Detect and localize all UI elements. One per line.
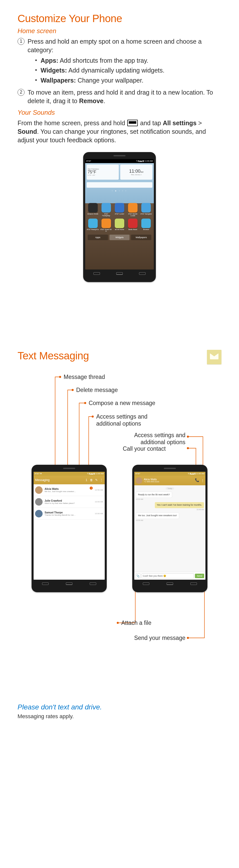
recents-icon xyxy=(139,272,145,275)
avatar xyxy=(35,498,43,506)
messaging-list-mock: AT&T ✉ ℕ ▮◢◢ ▮ 11:00 AM Messaging 1 🗑 ✎ … xyxy=(32,465,107,592)
app-icon xyxy=(128,203,138,213)
bullet-widgets-label: Widgets: xyxy=(41,67,67,74)
messaging-header-title: Messaging xyxy=(35,478,83,482)
sounds-paragraph: From the home screen, press and hold and… xyxy=(18,119,221,144)
bullet-wallpapers-label: Wallpapers: xyxy=(41,77,76,84)
contact-name: Alicia Watts xyxy=(144,478,193,481)
app-item: AT&T Ready2Go xyxy=(87,219,99,232)
weather-range: H:78° L:60° xyxy=(88,175,118,176)
avatar xyxy=(35,510,43,518)
app-label: AT&T FamilyMap xyxy=(100,213,112,217)
callout-thread: Message thread xyxy=(64,373,105,381)
avatar xyxy=(136,477,142,484)
app-icon xyxy=(88,203,98,213)
nfc-icon: ℕ xyxy=(188,472,190,475)
tab-wallpapers: Wallpapers xyxy=(131,235,151,240)
home-icon xyxy=(116,272,123,275)
nav-bar xyxy=(85,271,154,276)
delete-icon: 🗑 xyxy=(90,478,93,482)
carrier-label: AT&T xyxy=(35,472,40,475)
conv-time: 10:08 AM xyxy=(95,501,103,503)
app-icon xyxy=(115,219,124,228)
app-item: att.net Home xyxy=(113,219,126,232)
attach-icon: 📎 xyxy=(136,574,141,579)
sounds-b: and tap xyxy=(138,119,163,126)
home-screen-mock: AT&T ℕ ▮◢◢ ▮ 11:00 AM San Francisco 75°F… xyxy=(83,152,156,282)
send-button: Send xyxy=(195,574,204,578)
emoji-icon: 😊 xyxy=(163,575,166,577)
app-icon xyxy=(128,219,138,228)
conv-preview: Thanks for feeding Bandit for me… xyxy=(44,514,85,516)
nfc-icon: ℕ xyxy=(136,160,138,162)
conversation-row: Alicia WattsMe too. Just bought new snea… xyxy=(34,484,105,496)
contact-phone: +1 999-555-0103 xyxy=(144,481,193,483)
app-icon xyxy=(115,203,124,213)
compose-text: Cool! See you there xyxy=(143,575,163,577)
back-icon xyxy=(94,272,100,275)
messaging-diagram: Message thread Delete message Compose a … xyxy=(18,372,221,673)
status-time: 11:00 AM xyxy=(95,472,104,475)
compose-icon: ✎ xyxy=(95,478,98,482)
clock-time: 11:00 xyxy=(129,168,140,174)
more-icon: ⋮ xyxy=(100,478,103,482)
conv-preview: Me too. Just bought new sneaker… xyxy=(44,490,85,493)
avatar xyxy=(35,486,43,494)
tab-apps: Apps xyxy=(88,235,108,240)
weather-city: San Francisco xyxy=(88,168,118,170)
signal-icon: ▮◢◢ xyxy=(89,472,93,475)
compose-field: Cool! See you there 😊 xyxy=(141,574,194,579)
app-item: Amazon Kindle xyxy=(87,203,99,217)
status-bar: AT&T ℕ ▮◢◢ ▮ 11:00 AM xyxy=(134,472,205,476)
signal-icon: ▮◢◢ xyxy=(138,160,142,162)
messaging-app-icon xyxy=(207,350,221,364)
step2-a: To move an item, press and hold it and d… xyxy=(28,89,213,104)
conv-name: Alicia Watts xyxy=(44,488,89,490)
step1-intro: Press and hold an empty spot on a home s… xyxy=(28,38,202,54)
app-icon xyxy=(101,219,111,228)
battery-icon: ▮ xyxy=(143,160,144,162)
app-label: Browser xyxy=(140,228,152,230)
bullet-apps-label: Apps: xyxy=(41,57,58,64)
callout-call: Call your contact xyxy=(123,445,166,453)
bullet-widgets-text: Add dynamically updating widgets. xyxy=(67,67,164,74)
sounds-f: . You can change your ringtones, set not… xyxy=(18,128,206,144)
compose-bar: 📎 Cool! See you there 😊 Send xyxy=(134,572,205,580)
google-search-bar xyxy=(87,182,152,188)
unread-badge: 1 xyxy=(90,487,93,490)
day-label: Today xyxy=(166,487,174,490)
recents-icon xyxy=(90,583,96,585)
message-out: Yes I can't wait! I've been training for… xyxy=(155,502,204,508)
weather-widget: San Francisco 75°F H:78° L:60° xyxy=(87,165,119,180)
app-label: AT&T Locker xyxy=(113,213,126,215)
callout-compose: Compose a new message xyxy=(89,400,155,407)
nav-bar xyxy=(34,581,105,586)
conversation-row: Julie CrawfordWant to try that new Itali… xyxy=(34,496,105,508)
battery-icon: ▮ xyxy=(94,472,95,475)
customize-title: Customize Your Phone xyxy=(18,12,221,25)
conv-preview: Want to try that new Italian place? xyxy=(44,502,85,504)
message-time: 10:56 AM xyxy=(136,520,143,521)
app-icon xyxy=(88,219,98,228)
message-time: 10:02 AM xyxy=(136,498,143,500)
carrier-label: AT&T xyxy=(86,160,91,162)
bullet-wallpapers: Wallpapers: Change your wallpaper. xyxy=(35,76,221,85)
app-label: AT&T Navigator xyxy=(140,213,152,215)
app-item: AT&T Mobile Locate xyxy=(127,203,139,217)
message-time: 10:48 AM xyxy=(196,509,204,510)
conversation-row: Samuel ThorpeThanks for feeding Bandit f… xyxy=(34,508,105,520)
step-2: To move an item, press and hold it and d… xyxy=(18,88,221,105)
step-1: Press and hold an empty spot on a home s… xyxy=(18,37,221,85)
app-item: AT&T Smart Wi-Fi xyxy=(100,219,112,232)
status-time: 11:00 AM xyxy=(144,160,153,162)
status-bar: AT&T ✉ ℕ ▮◢◢ ▮ 11:00 AM xyxy=(34,472,105,476)
recents-icon xyxy=(191,583,197,585)
app-icon xyxy=(141,219,151,228)
recent-apps-icon xyxy=(127,120,138,126)
more-icon: ⋮ xyxy=(201,478,204,483)
page-indicator: ◦ ● ◦ ◦ ◦ xyxy=(85,190,154,192)
nav-bar xyxy=(134,581,205,586)
callout-delete: Delete message xyxy=(76,386,118,394)
dont-text-drive: Please don't text and drive. xyxy=(18,703,221,711)
call-icon: 📞 xyxy=(195,478,199,483)
